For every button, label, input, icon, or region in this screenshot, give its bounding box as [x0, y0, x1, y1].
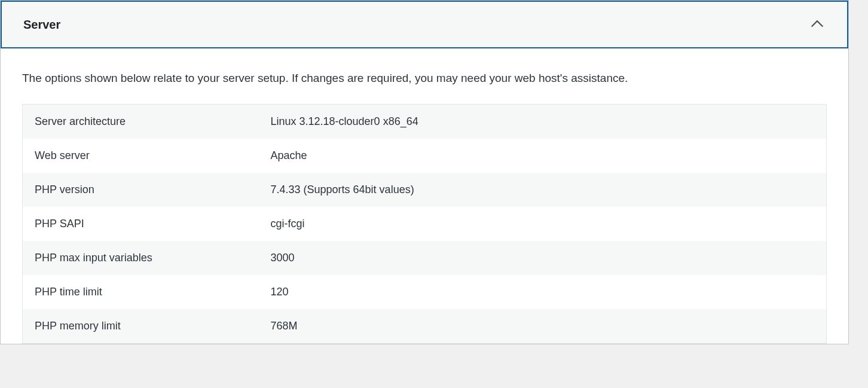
table-row: Web server Apache — [23, 139, 827, 173]
panel-description: The options shown below relate to your s… — [22, 70, 827, 87]
table-row: Server architecture Linux 3.12.18-cloude… — [23, 104, 827, 139]
table-row: PHP version 7.4.33 (Supports 64bit value… — [23, 173, 827, 207]
chevron-up-icon — [809, 16, 826, 33]
row-label: PHP SAPI — [23, 207, 259, 241]
row-label: PHP memory limit — [23, 309, 259, 344]
row-label: Server architecture — [23, 104, 259, 139]
row-value: 3000 — [259, 241, 827, 275]
panel-header-toggle[interactable]: Server — [1, 1, 848, 48]
row-label: PHP version — [23, 173, 259, 207]
table-row: PHP memory limit 768M — [23, 309, 827, 344]
server-info-table: Server architecture Linux 3.12.18-cloude… — [22, 104, 827, 344]
row-value: 768M — [259, 309, 827, 344]
row-value: Apache — [259, 139, 827, 173]
panel-title: Server — [23, 18, 60, 32]
row-value: Linux 3.12.18-clouder0 x86_64 — [259, 104, 827, 139]
row-value: cgi-fcgi — [259, 207, 827, 241]
row-label: PHP time limit — [23, 275, 259, 309]
table-row: PHP SAPI cgi-fcgi — [23, 207, 827, 241]
row-label: Web server — [23, 139, 259, 173]
row-value: 7.4.33 (Supports 64bit values) — [259, 173, 827, 207]
server-info-tbody: Server architecture Linux 3.12.18-cloude… — [23, 104, 827, 343]
row-value: 120 — [259, 275, 827, 309]
table-row: PHP max input variables 3000 — [23, 241, 827, 275]
server-panel: Server The options shown below relate to… — [0, 0, 849, 344]
row-label: PHP max input variables — [23, 241, 259, 275]
panel-body: The options shown below relate to your s… — [1, 48, 848, 344]
table-row: PHP time limit 120 — [23, 275, 827, 309]
